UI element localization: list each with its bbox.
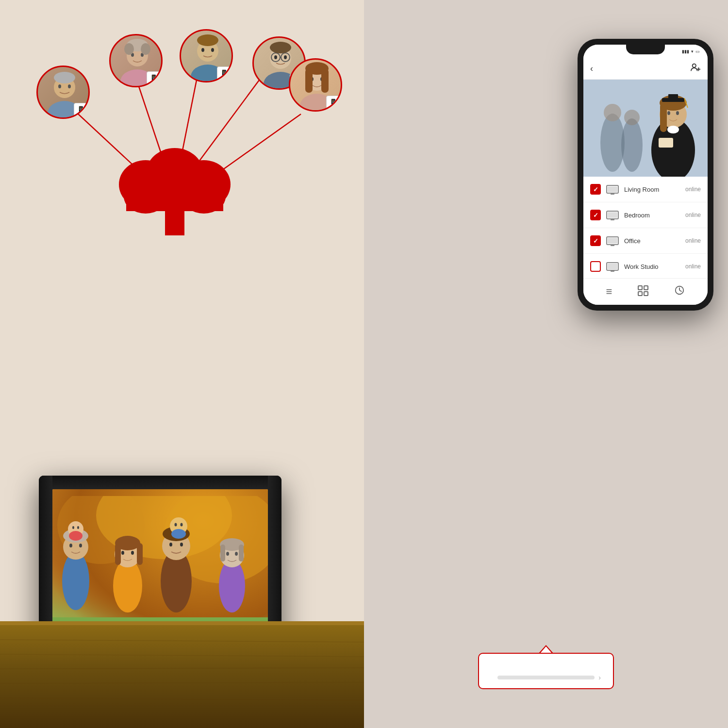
svg-rect-63 [115, 543, 121, 565]
add-user-button[interactable] [690, 62, 701, 75]
checkbox-office[interactable]: ✓ [590, 235, 601, 246]
device-item-work-studio[interactable]: Work Studio online [583, 254, 708, 278]
checkmark-icon: ✓ [593, 212, 598, 219]
menu-nav-icon[interactable]: ≡ [606, 285, 612, 298]
device-name-work-studio: Work Studio [624, 263, 680, 270]
left-panel: 📱 📱 [0, 0, 364, 728]
svg-rect-11 [126, 184, 223, 211]
svg-rect-116 [611, 270, 614, 272]
svg-rect-44 [321, 68, 329, 93]
svg-rect-101 [668, 94, 678, 99]
frame-icon-living-room [606, 182, 619, 196]
svg-rect-103 [659, 138, 673, 148]
wifi-icon: ▾ [691, 49, 694, 54]
device-item-bedroom[interactable]: ✓ Bedroom online [583, 202, 708, 228]
scroll-hint-bar [497, 676, 595, 679]
svg-point-76 [226, 552, 229, 556]
device-status-office: online [685, 237, 701, 244]
svg-point-68 [180, 543, 183, 546]
svg-line-81 [0, 640, 364, 642]
svg-point-37 [270, 42, 291, 53]
checkmark-icon: ✓ [593, 237, 598, 245]
svg-point-77 [235, 552, 238, 556]
svg-line-82 [0, 654, 364, 657]
svg-rect-80 [239, 545, 244, 562]
svg-point-96 [667, 111, 670, 115]
svg-point-93 [624, 110, 640, 125]
svg-rect-64 [137, 543, 143, 565]
svg-rect-118 [644, 286, 648, 290]
checkbox-bedroom[interactable]: ✓ [590, 210, 601, 220]
svg-point-71 [175, 523, 177, 527]
svg-point-16 [68, 84, 71, 88]
svg-line-123 [679, 290, 682, 292]
svg-rect-106 [608, 186, 617, 192]
svg-point-56 [77, 526, 79, 529]
smartphone: ▮▮▮ ▾ ▭ ‹ [578, 39, 713, 311]
svg-point-29 [197, 34, 218, 46]
phone-badge-2: 📱 [147, 71, 160, 85]
svg-point-86 [693, 64, 696, 67]
svg-point-73 [171, 529, 186, 539]
graduation-photo [583, 80, 708, 177]
app-bottom-navigation: ≡ [583, 278, 708, 305]
svg-rect-113 [611, 245, 614, 246]
svg-point-55 [72, 526, 74, 529]
back-button[interactable]: ‹ [590, 64, 593, 74]
svg-point-15 [58, 84, 61, 88]
phone-badge-5: 📱 [326, 96, 340, 109]
device-list: ✓ Living Room online ✓ [583, 177, 708, 278]
svg-point-60 [121, 551, 124, 555]
svg-point-27 [201, 48, 204, 52]
svg-line-84 [0, 682, 364, 683]
phone-badge-1: 📱 [74, 103, 87, 116]
svg-point-91 [604, 104, 621, 121]
svg-line-83 [0, 668, 364, 669]
history-nav-icon[interactable] [674, 285, 685, 298]
svg-point-90 [600, 114, 625, 172]
signal-icon: ▮▮▮ [682, 49, 689, 54]
phone-badge-3: 📱 [217, 66, 231, 80]
svg-rect-109 [608, 212, 617, 218]
callout-container: › [478, 653, 614, 689]
scroll-arrow-icon: › [598, 674, 601, 681]
status-icons: ▮▮▮ ▾ ▭ [682, 49, 700, 54]
battery-icon: ▭ [695, 49, 700, 54]
svg-point-51 [69, 544, 72, 547]
device-status-bedroom: online [685, 212, 701, 218]
svg-point-97 [676, 111, 679, 115]
svg-rect-115 [608, 264, 617, 269]
checkbox-work-studio[interactable] [590, 261, 601, 272]
app-navigation-bar: ‹ [583, 58, 708, 80]
checkbox-living-room[interactable]: ✓ [590, 184, 601, 195]
svg-rect-119 [638, 292, 642, 296]
svg-point-72 [181, 523, 183, 527]
svg-point-61 [131, 551, 134, 555]
frame-icon-work-studio [606, 260, 619, 273]
svg-line-85 [0, 698, 364, 700]
device-item-living-room[interactable]: ✓ Living Room online [583, 177, 708, 202]
svg-point-24 [141, 43, 150, 55]
device-name-living-room: Living Room [624, 186, 680, 193]
svg-point-32 [274, 55, 277, 59]
device-item-office[interactable]: ✓ Office online [583, 228, 708, 254]
phone-notch [626, 45, 665, 54]
svg-point-33 [284, 55, 287, 59]
avatar-young-woman: 📱 [289, 58, 342, 112]
grid-nav-icon[interactable] [638, 285, 648, 298]
phone-screen: ▮▮▮ ▾ ▭ ‹ [583, 45, 708, 305]
avatar-young-man: 📱 [180, 29, 233, 83]
svg-point-67 [169, 543, 172, 546]
device-status-work-studio: online [685, 263, 701, 270]
cloud-network-diagram: 📱 📱 [24, 29, 340, 281]
device-status-living-room: online [685, 186, 701, 193]
svg-point-52 [79, 544, 82, 547]
svg-rect-107 [611, 193, 614, 195]
svg-point-92 [621, 118, 643, 172]
wooden-table [0, 621, 364, 728]
svg-point-104 [667, 126, 679, 133]
checkmark-icon: ✓ [593, 186, 598, 193]
device-name-office: Office [624, 237, 680, 245]
svg-rect-112 [608, 238, 617, 244]
avatar-elderly-man: 📱 [36, 66, 90, 119]
